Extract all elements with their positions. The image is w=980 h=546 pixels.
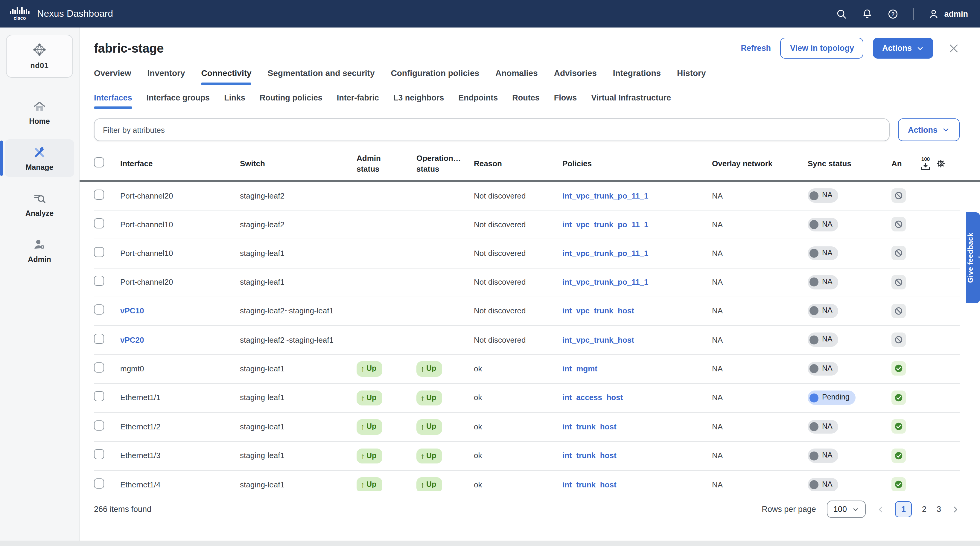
tab-advisories[interactable]: Advisories bbox=[554, 68, 597, 85]
column-header-admin-status[interactable]: Admin status bbox=[356, 153, 394, 174]
policy-link[interactable]: int_trunk_host bbox=[562, 451, 617, 460]
tab-inventory[interactable]: Inventory bbox=[148, 68, 185, 85]
table-settings-gear-icon[interactable] bbox=[936, 159, 946, 169]
anomaly-status-icon bbox=[891, 419, 906, 434]
row-checkbox[interactable] bbox=[94, 189, 104, 200]
refresh-button[interactable]: Refresh bbox=[741, 44, 771, 52]
rows-per-page-select[interactable]: 100 bbox=[827, 500, 866, 518]
page-button-1[interactable]: 1 bbox=[895, 501, 912, 517]
interface-cell: Port-channel10 bbox=[120, 241, 240, 265]
row-checkbox[interactable] bbox=[94, 305, 104, 315]
sidebar-item-manage[interactable]: Manage bbox=[5, 139, 74, 177]
subtab-virtual-infrastructure[interactable]: Virtual Infrastructure bbox=[591, 93, 671, 109]
user-name: admin bbox=[944, 9, 968, 18]
tab-connectivity[interactable]: Connectivity bbox=[201, 68, 251, 85]
subtab-links[interactable]: Links bbox=[224, 93, 245, 109]
column-header-switch[interactable]: Switch bbox=[240, 159, 356, 169]
subtab-routing-policies[interactable]: Routing policies bbox=[260, 93, 323, 109]
policy-link[interactable]: int_vpc_trunk_po_11_1 bbox=[562, 278, 649, 286]
column-header-anomaly[interactable]: An bbox=[891, 159, 919, 169]
subtab-inter-fabric[interactable]: Inter-fabric bbox=[337, 93, 379, 109]
row-checkbox[interactable] bbox=[94, 478, 104, 489]
row-checkbox[interactable] bbox=[94, 247, 104, 257]
row-checkbox[interactable] bbox=[94, 421, 104, 430]
column-header-overlay-network[interactable]: Overlay network bbox=[712, 159, 808, 169]
policy-link[interactable]: int_vpc_trunk_po_11_1 bbox=[562, 220, 649, 229]
interface-name[interactable]: vPC10 bbox=[120, 306, 144, 316]
anomaly-status-icon bbox=[891, 362, 906, 376]
column-header-reason[interactable]: Reason bbox=[474, 159, 562, 169]
select-all-checkbox[interactable] bbox=[94, 157, 104, 167]
sync-status-pill: NA bbox=[808, 246, 838, 260]
interface-cell: vPC10 bbox=[120, 299, 240, 323]
notifications-bell-icon[interactable] bbox=[862, 8, 873, 19]
interface-name[interactable]: vPC20 bbox=[120, 335, 144, 344]
bottom-scrollbar-strip[interactable] bbox=[0, 541, 980, 546]
subtab-endpoints[interactable]: Endpoints bbox=[458, 93, 498, 109]
admin-status-badge: ↑Up bbox=[356, 477, 382, 491]
admin-status-cell: ↑ bbox=[356, 276, 417, 289]
row-checkbox[interactable] bbox=[94, 276, 104, 286]
tab-anomalies[interactable]: Anomalies bbox=[495, 68, 538, 85]
policy-link[interactable]: int_vpc_trunk_po_11_1 bbox=[562, 249, 649, 258]
tab-overview[interactable]: Overview bbox=[94, 68, 131, 85]
sync-status-cell: NA bbox=[808, 297, 891, 325]
policy-link[interactable]: int_trunk_host bbox=[562, 422, 617, 431]
user-menu[interactable]: admin bbox=[928, 8, 968, 19]
spacer-cell bbox=[919, 391, 960, 405]
column-header-policies[interactable]: Policies bbox=[562, 159, 712, 169]
previous-page-icon[interactable] bbox=[877, 505, 885, 513]
table-actions-button[interactable]: Actions bbox=[898, 118, 960, 141]
policy-link[interactable]: int_access_host bbox=[562, 393, 623, 402]
filter-input[interactable] bbox=[94, 118, 890, 141]
reason-cell: Not discovered bbox=[474, 328, 562, 352]
next-page-icon[interactable] bbox=[951, 505, 960, 513]
sidebar-item-analyze[interactable]: Analyze bbox=[5, 186, 74, 223]
check-circle-icon bbox=[894, 364, 904, 373]
sidebar-item-admin[interactable]: Admin bbox=[5, 232, 74, 269]
column-header-interface[interactable]: Interface bbox=[120, 159, 240, 169]
row-checkbox[interactable] bbox=[94, 391, 104, 402]
arrow-up-icon: ↑ bbox=[421, 423, 425, 431]
policy-link[interactable]: int_vpc_trunk_po_11_1 bbox=[562, 191, 649, 200]
tab-integrations[interactable]: Integrations bbox=[613, 68, 661, 85]
chevron-down-icon bbox=[942, 125, 950, 134]
page-actions-button[interactable]: Actions bbox=[873, 38, 933, 59]
give-feedback-button[interactable]: Give feedback bbox=[966, 212, 980, 303]
policy-link[interactable]: int_vpc_trunk_host bbox=[562, 335, 634, 344]
policy-link[interactable]: int_mgmt bbox=[562, 364, 597, 373]
export-rows-icon[interactable]: 100 bbox=[919, 157, 932, 170]
row-checkbox[interactable] bbox=[94, 333, 104, 344]
tab-configuration-policies[interactable]: Configuration policies bbox=[391, 68, 479, 85]
anomaly-cell bbox=[891, 413, 919, 441]
subtab-flows[interactable]: Flows bbox=[554, 93, 577, 109]
help-icon[interactable]: ? bbox=[887, 8, 899, 19]
subtab-routes[interactable]: Routes bbox=[512, 93, 540, 109]
column-header-operation-status[interactable]: Operation… status bbox=[417, 153, 464, 174]
cluster-selector[interactable]: nd01 bbox=[6, 35, 73, 78]
row-checkbox[interactable] bbox=[94, 218, 104, 229]
interface-cell: Ethernet1/4 bbox=[120, 473, 240, 491]
overlay-network-cell: NA bbox=[712, 386, 808, 410]
app-title: Nexus Dashboard bbox=[37, 8, 113, 19]
column-header-sync-status[interactable]: Sync status bbox=[808, 159, 891, 169]
subtab-l3-neighbors[interactable]: L3 neighbors bbox=[393, 93, 444, 109]
admin-status-badge: ↑Up bbox=[356, 390, 382, 405]
tab-segmentation-and-security[interactable]: Segmentation and security bbox=[268, 68, 375, 85]
page-button-2[interactable]: 2 bbox=[922, 505, 926, 514]
tab-history[interactable]: History bbox=[677, 68, 706, 85]
interface-cell: Ethernet1/1 bbox=[120, 386, 240, 410]
search-icon[interactable] bbox=[836, 8, 847, 19]
overlay-network-cell: NA bbox=[712, 357, 808, 381]
policy-link[interactable]: int_trunk_host bbox=[562, 480, 617, 489]
close-icon[interactable] bbox=[948, 42, 960, 54]
view-in-topology-button[interactable]: View in topology bbox=[781, 38, 864, 59]
sidebar-item-home[interactable]: Home bbox=[5, 93, 74, 131]
switch-cell: staging-leaf1 bbox=[240, 415, 356, 439]
subtab-interface-groups[interactable]: Interface groups bbox=[146, 93, 210, 109]
policy-link[interactable]: int_vpc_trunk_host bbox=[562, 306, 634, 316]
subtab-interfaces[interactable]: Interfaces bbox=[94, 93, 132, 109]
row-checkbox[interactable] bbox=[94, 362, 104, 373]
row-checkbox[interactable] bbox=[94, 449, 104, 460]
page-button-3[interactable]: 3 bbox=[937, 505, 941, 514]
